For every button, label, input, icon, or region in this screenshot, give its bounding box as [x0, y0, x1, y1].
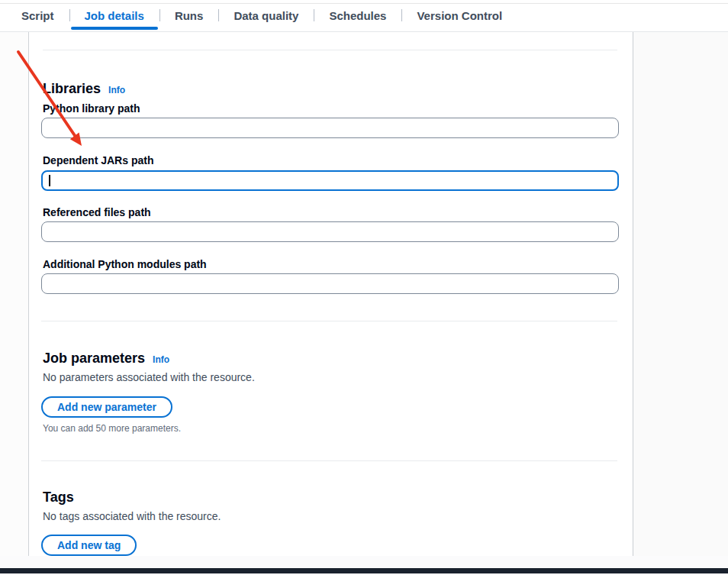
tab-label: Version Control: [417, 9, 502, 22]
left-gutter: [0, 32, 28, 556]
right-gutter: [633, 32, 728, 556]
add-new-parameter-button[interactable]: Add new parameter: [41, 396, 172, 418]
tags-section: Tags No tags associated with the resourc…: [41, 489, 617, 556]
referenced-files-path-input[interactable]: [41, 221, 619, 242]
tags-empty-message: No tags associated with the resource.: [41, 509, 617, 524]
tab-label: Script: [21, 9, 54, 22]
tab-label: Job details: [85, 9, 144, 22]
additional-python-modules-path-input[interactable]: [41, 273, 619, 294]
job-parameters-title: Job parameters: [43, 350, 145, 367]
tab-label: Data quality: [234, 9, 298, 22]
add-new-tag-button[interactable]: Add new tag: [41, 535, 137, 556]
tags-title: Tags: [43, 489, 74, 506]
tab-job-details[interactable]: Job details: [69, 0, 159, 31]
parameter-limit-hint: You can add 50 more parameters.: [41, 422, 617, 434]
tab-version-control[interactable]: Version Control: [401, 0, 517, 31]
additional-python-modules-path-label: Additional Python modules path: [41, 257, 617, 271]
job-details-page: Script Job details Runs Data quality Sch…: [0, 0, 728, 575]
tab-bar: Script Job details Runs Data quality Sch…: [0, 0, 728, 32]
section-divider: [41, 460, 617, 461]
section-divider: [43, 50, 617, 50]
footer-strip: [0, 556, 728, 568]
libraries-title: Libraries: [43, 80, 101, 97]
section-divider: [41, 321, 617, 321]
referenced-files-path-label: Referenced files path: [41, 205, 617, 219]
libraries-info-link[interactable]: Info: [108, 85, 125, 95]
python-library-path-label: Python library path: [41, 102, 617, 115]
tab-script[interactable]: Script: [6, 0, 69, 31]
tab-data-quality[interactable]: Data quality: [218, 0, 314, 31]
tab-runs[interactable]: Runs: [159, 0, 219, 31]
libraries-section: Libraries Info Python library path Depen…: [41, 80, 617, 294]
job-parameters-section: Job parameters Info No parameters associ…: [41, 350, 617, 434]
tab-label: Schedules: [329, 9, 386, 22]
python-library-path-input[interactable]: [41, 118, 619, 138]
job-parameters-empty-message: No parameters associated with the resour…: [41, 370, 617, 385]
main-area: Libraries Info Python library path Depen…: [0, 32, 728, 556]
tab-label: Runs: [175, 9, 204, 22]
dependent-jars-path-label: Dependent JARs path: [41, 153, 617, 167]
dependent-jars-path-input[interactable]: [41, 170, 619, 191]
dock-edge-bar: [0, 568, 728, 573]
text-cursor: [49, 175, 50, 186]
tab-schedules[interactable]: Schedules: [314, 0, 401, 31]
content-panel: Libraries Info Python library path Depen…: [28, 32, 633, 556]
job-parameters-info-link[interactable]: Info: [153, 354, 169, 365]
